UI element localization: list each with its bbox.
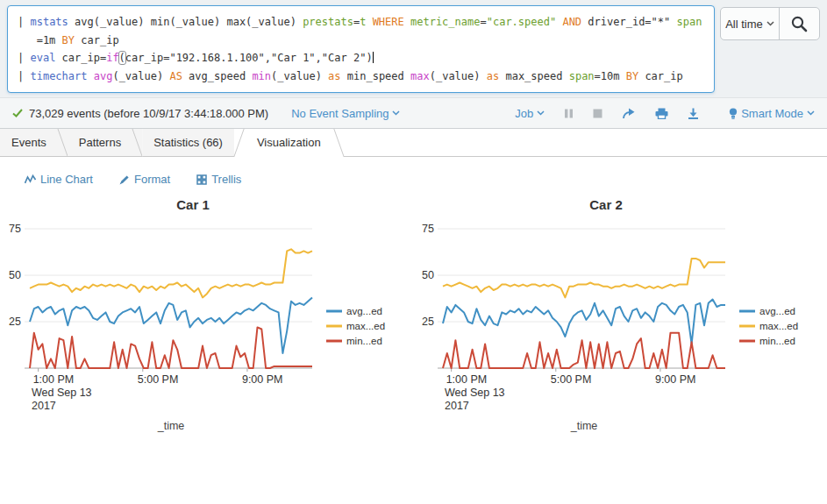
- tab-statistics[interactable]: Statistics (66): [142, 129, 244, 157]
- events-summary: 73,029 events (before 10/9/17 3:44:18.00…: [29, 107, 268, 120]
- search-button[interactable]: [779, 8, 819, 39]
- trellis-grid-icon: [196, 174, 207, 185]
- chart-type-picker[interactable]: Line Chart: [25, 173, 93, 186]
- lightbulb-icon: [729, 108, 738, 119]
- svg-text:_time: _time: [157, 420, 185, 432]
- chevron-down-icon: [537, 110, 545, 116]
- magnifier-icon: [790, 15, 809, 33]
- svg-text:9:00 PM: 9:00 PM: [655, 373, 696, 386]
- svg-text:25: 25: [9, 316, 21, 328]
- share-icon: [622, 108, 636, 119]
- svg-text:1:00 PM: 1:00 PM: [446, 373, 488, 386]
- time-range-label: All time: [725, 18, 763, 31]
- svg-text:Wed Sep 13: Wed Sep 13: [32, 387, 92, 399]
- share-button[interactable]: [622, 108, 636, 119]
- svg-text:75: 75: [422, 223, 434, 235]
- pause-icon: [564, 109, 574, 118]
- tab-visualization[interactable]: Visualization: [234, 129, 344, 157]
- stop-button[interactable]: [593, 109, 602, 118]
- line-chart-car-1[interactable]: 2550751:00 PM5:00 PM9:00 PMWed Sep 13201…: [0, 217, 413, 436]
- svg-text:min...ed: min...ed: [346, 336, 382, 346]
- svg-text:25: 25: [422, 316, 434, 328]
- tab-divider: [233, 129, 244, 157]
- svg-text:min...ed: min...ed: [759, 336, 795, 346]
- svg-text:5:00 PM: 5:00 PM: [138, 373, 179, 386]
- printer-icon: [655, 108, 668, 119]
- chart-title: Car 2: [413, 197, 799, 217]
- chevron-down-icon: [766, 21, 774, 26]
- results-tab-bar: Events Patterns Statistics (66) Visualiz…: [0, 129, 827, 157]
- smart-mode-button[interactable]: Smart Mode: [729, 107, 815, 120]
- format-menu[interactable]: Format: [119, 173, 170, 186]
- export-button[interactable]: [688, 108, 699, 119]
- trellis-charts: Car 1 2550751:00 PM5:00 PM9:00 PMWed Sep…: [0, 186, 827, 436]
- time-range-group: All time: [720, 7, 820, 40]
- job-controls: Job: [515, 107, 815, 120]
- tab-divider: [333, 129, 344, 157]
- svg-text:Wed Sep 13: Wed Sep 13: [445, 387, 505, 399]
- visualization-toolbar: Line Chart Format Trellis: [0, 157, 827, 186]
- line-chart-car-2[interactable]: 2550751:00 PM5:00 PM9:00 PMWed Sep 13201…: [413, 217, 826, 436]
- svg-text:2017: 2017: [32, 400, 56, 412]
- tab-patterns[interactable]: Patterns: [68, 129, 142, 157]
- event-sampling-menu[interactable]: No Event Sampling: [291, 107, 400, 120]
- svg-text:5:00 PM: 5:00 PM: [551, 373, 592, 386]
- chevron-down-icon: [807, 110, 815, 116]
- stop-icon: [593, 109, 602, 118]
- download-icon: [688, 108, 699, 119]
- splunk-search-page: | mstats avg(_value) min(_value) max(_va…: [0, 0, 827, 504]
- svg-text:max...ed: max...ed: [759, 321, 798, 331]
- chart-panel-car-1: Car 1 2550751:00 PM5:00 PM9:00 PMWed Sep…: [0, 197, 413, 436]
- svg-text:avg...ed: avg...ed: [759, 306, 795, 316]
- check-icon: [12, 109, 23, 117]
- tab-bar-filler: [344, 129, 827, 157]
- tab-divider: [57, 129, 68, 156]
- tab-events[interactable]: Events: [0, 129, 68, 157]
- svg-text:_time: _time: [570, 420, 598, 432]
- search-bar-container: | mstats avg(_value) min(_value) max(_va…: [0, 0, 827, 98]
- time-range-picker[interactable]: All time: [721, 8, 779, 39]
- svg-text:9:00 PM: 9:00 PM: [242, 373, 283, 386]
- trellis-menu[interactable]: Trellis: [196, 173, 241, 186]
- svg-text:50: 50: [9, 269, 21, 281]
- chevron-down-icon: [392, 110, 400, 116]
- chart-title: Car 1: [0, 197, 386, 217]
- svg-text:avg...ed: avg...ed: [346, 306, 382, 316]
- pause-button[interactable]: [564, 109, 574, 118]
- print-button[interactable]: [655, 108, 668, 119]
- job-menu[interactable]: Job: [515, 107, 545, 120]
- tab-divider: [132, 129, 143, 156]
- svg-text:max...ed: max...ed: [346, 321, 385, 331]
- svg-text:75: 75: [9, 223, 21, 235]
- svg-text:1:00 PM: 1:00 PM: [33, 373, 75, 386]
- search-query-input[interactable]: | mstats avg(_value) min(_value) max(_va…: [7, 5, 715, 93]
- job-status-bar: 73,029 events (before 10/9/17 3:44:18.00…: [0, 98, 827, 129]
- pencil-icon: [119, 174, 130, 185]
- line-chart-icon: [25, 174, 36, 185]
- svg-text:2017: 2017: [445, 400, 469, 412]
- svg-text:50: 50: [422, 269, 434, 281]
- chart-panel-car-2: Car 2 2550751:00 PM5:00 PM9:00 PMWed Sep…: [413, 197, 826, 436]
